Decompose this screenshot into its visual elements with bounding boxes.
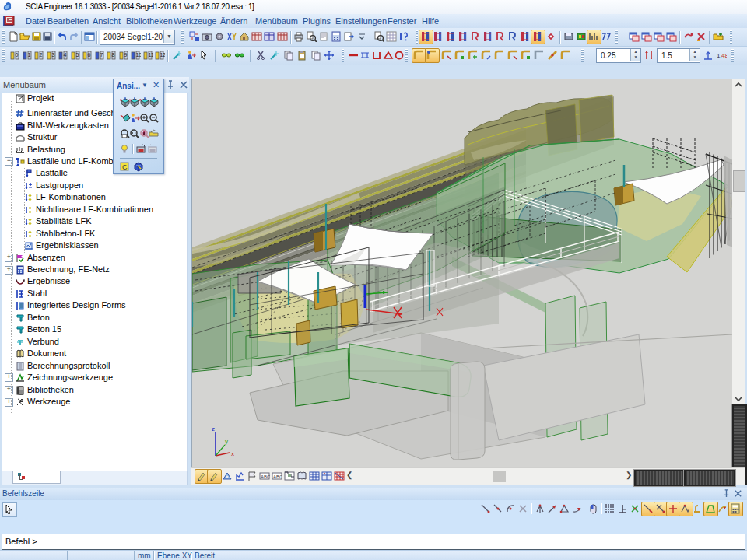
svg-text:5: 5 bbox=[75, 52, 79, 58]
svg-text:4: 4 bbox=[63, 52, 66, 58]
svg-text:2: 2 bbox=[39, 52, 42, 58]
svg-text:10: 10 bbox=[135, 52, 141, 58]
svg-text:48: 48 bbox=[721, 52, 727, 59]
svg-text:1: 1 bbox=[27, 52, 30, 58]
svg-text:z: z bbox=[212, 425, 215, 432]
svg-text:y: y bbox=[225, 438, 228, 445]
svg-text:6: 6 bbox=[87, 52, 90, 58]
svg-text:11: 11 bbox=[148, 52, 153, 58]
svg-text:C: C bbox=[122, 163, 128, 171]
svg-text:ABC: ABC bbox=[273, 474, 282, 479]
svg-text:ABC: ABC bbox=[261, 474, 270, 479]
svg-text:9: 9 bbox=[124, 52, 127, 58]
svg-text:7: 7 bbox=[100, 52, 103, 58]
svg-text:x: x bbox=[231, 450, 234, 457]
svg-text:0: 0 bbox=[15, 52, 18, 58]
svg-text:3: 3 bbox=[51, 52, 54, 58]
svg-text:12: 12 bbox=[160, 52, 165, 58]
svg-text:8: 8 bbox=[111, 52, 114, 58]
